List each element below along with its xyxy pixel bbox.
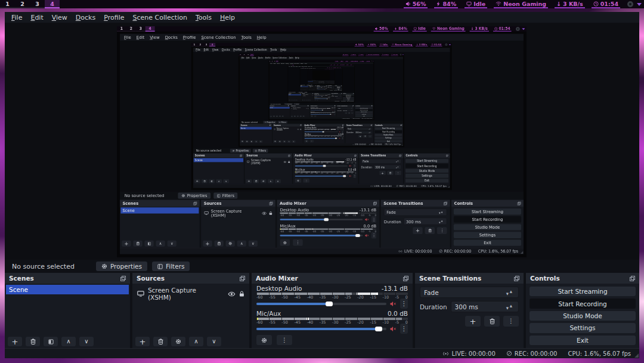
properties-button[interactable]: Properties bbox=[96, 262, 147, 271]
start-streaming-button[interactable]: Start Streaming bbox=[530, 287, 636, 296]
clock-icon bbox=[593, 1, 599, 7]
obs-tray-icon[interactable] bbox=[627, 1, 633, 7]
scenes-dock: Scenes Scene + ∧ ∨ bbox=[5, 273, 130, 348]
scene-item-selected[interactable]: Scene bbox=[6, 285, 129, 294]
db-tick: -55 bbox=[269, 320, 275, 325]
channel-menu-button[interactable]: ⋮ bbox=[400, 299, 408, 309]
scenes-title: Scenes bbox=[9, 275, 34, 282]
battery-value: 84% bbox=[442, 1, 456, 7]
gear-icon bbox=[175, 339, 181, 344]
menu-item-file[interactable]: File bbox=[7, 13, 26, 23]
db-tick: -35 bbox=[320, 295, 326, 300]
db-tick: -35 bbox=[320, 320, 326, 325]
studio-mode-button[interactable]: Studio Mode bbox=[530, 311, 636, 321]
remove-source-button[interactable] bbox=[153, 337, 168, 346]
workspace-tags: 1 2 3 4 bbox=[0, 0, 60, 8]
db-tick: -55 bbox=[269, 295, 275, 300]
remove-transition-button[interactable] bbox=[484, 316, 500, 327]
popout-icon[interactable] bbox=[240, 276, 245, 281]
workspace-tag-4-active[interactable]: 4 bbox=[45, 0, 60, 8]
preview-canvas[interactable]: 1 2 3 4 56% 84% Idle Neon Gaming bbox=[5, 23, 639, 260]
monitor-icon bbox=[466, 1, 472, 7]
popout-icon[interactable] bbox=[514, 276, 519, 281]
add-source-button[interactable]: + bbox=[135, 337, 150, 346]
popout-icon[interactable] bbox=[403, 276, 408, 281]
vu-meter bbox=[256, 318, 408, 320]
menu-item-profile[interactable]: Profile bbox=[100, 13, 128, 23]
transition-menu-button[interactable]: ⋮ bbox=[503, 316, 519, 327]
popout-icon[interactable] bbox=[630, 276, 635, 281]
lock-icon[interactable] bbox=[239, 291, 244, 297]
idle-status: Idle bbox=[465, 0, 487, 8]
resize-grip[interactable] bbox=[634, 353, 639, 358]
menu-item-tools[interactable]: Tools bbox=[191, 13, 216, 23]
mute-icon[interactable] bbox=[390, 326, 397, 332]
spinner-arrows-icon[interactable]: ▲▼ bbox=[506, 304, 518, 309]
settings-button[interactable]: Settings bbox=[530, 323, 636, 333]
menu-item-view[interactable]: View bbox=[48, 13, 72, 23]
scene-filters-button[interactable] bbox=[44, 337, 58, 346]
move-scene-up-button[interactable]: ∧ bbox=[61, 337, 76, 346]
mute-icon[interactable] bbox=[390, 301, 397, 307]
scenes-toolbar: + ∧ ∨ bbox=[5, 335, 130, 348]
slider-handle[interactable] bbox=[326, 302, 333, 306]
volume-slider[interactable] bbox=[256, 303, 386, 305]
vu-meter bbox=[256, 293, 408, 295]
menu-item-docks[interactable]: Docks bbox=[72, 13, 100, 23]
transition-value: Fade bbox=[420, 289, 506, 296]
source-item[interactable]: Screen Capture (XSHM) bbox=[132, 284, 249, 301]
slider-handle[interactable] bbox=[375, 327, 382, 331]
channel-level: 0.0 dB bbox=[388, 310, 408, 318]
db-tick: -40 bbox=[307, 320, 314, 325]
scene-filters-icon bbox=[48, 339, 54, 344]
transitions-body: Fade ▲▼ Duration 300 ms ▲▼ bbox=[415, 284, 524, 348]
move-source-up-button[interactable]: ∧ bbox=[189, 337, 203, 346]
sources-title: Sources bbox=[137, 275, 165, 282]
network-value: Neon Gaming bbox=[503, 1, 546, 7]
db-scale: -60-55-50-45-40-35-30-25-20-15-10-50 bbox=[256, 320, 408, 325]
start-recording-button[interactable]: Start Recording bbox=[530, 299, 636, 308]
workspace-tag-2[interactable]: 2 bbox=[15, 0, 30, 8]
visibility-eye-icon[interactable] bbox=[228, 291, 236, 297]
popout-icon[interactable] bbox=[120, 276, 126, 281]
transition-select[interactable]: Fade ▲▼ bbox=[420, 287, 519, 298]
move-scene-down-button[interactable]: ∨ bbox=[79, 337, 94, 346]
mixer-channel-mic-aux: Mic/Aux 0.0 dB -60-55-50-45-40-35-30-25-… bbox=[256, 310, 408, 335]
add-transition-button[interactable]: + bbox=[465, 316, 481, 327]
duration-spinbox[interactable]: 300 ms ▲▼ bbox=[451, 301, 519, 312]
no-source-label: No source selected bbox=[12, 263, 75, 270]
scene-transitions-dock: Scene Transitions Fade ▲▼ Duration 300 m… bbox=[415, 273, 524, 348]
audio-mixer-dock: Audio Mixer Desktop Audio -13.1 dB -60-5… bbox=[252, 273, 413, 348]
mixer-footer: ⋮ bbox=[256, 335, 408, 347]
volume-slider[interactable] bbox=[256, 328, 386, 330]
live-status: LIVE: 00:00:00 bbox=[442, 350, 496, 357]
exit-button[interactable]: Exit bbox=[530, 336, 636, 345]
workspace-tag-1[interactable]: 1 bbox=[0, 0, 15, 8]
db-tick: -15 bbox=[370, 295, 376, 300]
scenes-dock-header[interactable]: Scenes bbox=[5, 273, 130, 284]
remove-scene-button[interactable] bbox=[26, 337, 40, 346]
menu-item-scene-collection[interactable]: Scene Collection bbox=[128, 13, 191, 23]
source-properties-button[interactable] bbox=[171, 337, 185, 346]
battery-status: 84% bbox=[434, 0, 458, 8]
advanced-audio-button[interactable] bbox=[256, 335, 272, 345]
filters-button[interactable]: Filters bbox=[152, 262, 190, 271]
screen-capture-preview: 1 2 3 4 56% 84% Idle Neon Gaming bbox=[117, 26, 527, 257]
down-arrow-icon: ↓ bbox=[556, 1, 561, 7]
sources-dock: Sources Screen Capture (XSHM) + bbox=[132, 273, 249, 348]
mixer-menu-button[interactable]: ⋮ bbox=[277, 335, 292, 345]
transitions-dock-header[interactable]: Scene Transitions bbox=[415, 273, 524, 284]
db-tick: -40 bbox=[307, 295, 314, 300]
db-tick: -5 bbox=[395, 295, 399, 300]
workspace-tag-3[interactable]: 3 bbox=[30, 0, 45, 8]
menu-item-edit[interactable]: Edit bbox=[26, 13, 47, 23]
move-source-down-button[interactable]: ∨ bbox=[207, 337, 221, 346]
sources-dock-header[interactable]: Sources bbox=[132, 273, 249, 284]
menu-item-help[interactable]: Help bbox=[216, 13, 239, 23]
caret-down-icon[interactable] bbox=[637, 3, 642, 6]
mixer-dock-header[interactable]: Audio Mixer bbox=[252, 273, 413, 284]
source-list: Screen Capture (XSHM) + ∧ bbox=[132, 284, 249, 348]
channel-menu-button[interactable]: ⋮ bbox=[400, 324, 408, 334]
add-scene-button[interactable]: + bbox=[8, 337, 22, 346]
controls-dock-header[interactable]: Controls bbox=[526, 273, 639, 284]
